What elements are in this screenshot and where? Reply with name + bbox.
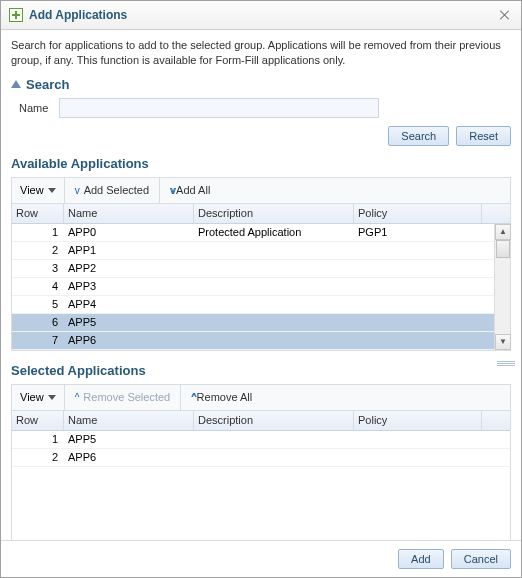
dialog-footer: Add Cancel: [1, 540, 521, 577]
row-name: APP5: [64, 316, 194, 328]
col-policy[interactable]: Policy: [354, 204, 482, 223]
name-label: Name: [19, 102, 59, 114]
row-number: 5: [12, 298, 64, 310]
row-number: 2: [12, 244, 64, 256]
row-name: APP4: [64, 298, 194, 310]
caret-down-icon: [48, 395, 56, 400]
selected-toolbar: View ^ Remove Selected ^^ Remove All: [11, 384, 511, 410]
search-button[interactable]: Search: [388, 126, 449, 146]
table-row[interactable]: 6APP5: [12, 314, 510, 332]
add-selected-label: Add Selected: [84, 184, 149, 196]
row-name: APP0: [64, 226, 194, 238]
name-input[interactable]: [59, 98, 379, 118]
selected-grid: Row Name Description Policy 1APP52APP6: [11, 410, 511, 548]
table-row[interactable]: 4APP3: [12, 278, 510, 296]
available-heading: Available Applications: [11, 156, 511, 171]
table-row[interactable]: 1APP0Protected ApplicationPGP1: [12, 224, 510, 242]
row-number: 4: [12, 280, 64, 292]
row-name: APP6: [64, 451, 194, 463]
disclosure-triangle-icon: [11, 80, 21, 88]
scroll-up-icon[interactable]: ▲: [495, 224, 511, 240]
selected-heading: Selected Applications: [11, 363, 511, 378]
add-selected-button[interactable]: v Add Selected: [65, 178, 159, 203]
table-row[interactable]: 5APP4: [12, 296, 510, 314]
table-row[interactable]: 2APP6: [12, 449, 510, 467]
scroll-thumb[interactable]: [496, 240, 510, 258]
remove-selected-button[interactable]: ^ Remove Selected: [65, 385, 181, 410]
dialog-title: Add Applications: [29, 8, 497, 22]
table-row[interactable]: 3APP2: [12, 260, 510, 278]
col-name[interactable]: Name: [64, 204, 194, 223]
remove-all-button[interactable]: ^^ Remove All: [181, 385, 262, 410]
available-grid: Row Name Description Policy 1APP0Protect…: [11, 203, 511, 351]
search-heading[interactable]: Search: [11, 77, 511, 92]
close-icon[interactable]: [497, 7, 513, 23]
row-number: 2: [12, 451, 64, 463]
col-name[interactable]: Name: [64, 411, 194, 430]
row-description: Protected Application: [194, 226, 354, 238]
add-all-button[interactable]: vv Add All: [160, 178, 220, 203]
remove-all-label: Remove All: [197, 391, 253, 403]
row-number: 1: [12, 433, 64, 445]
row-number: 7: [12, 334, 64, 346]
scrollbar[interactable]: ▲ ▼: [494, 224, 510, 350]
double-chevron-up-icon: ^^: [191, 392, 192, 403]
available-heading-label: Available Applications: [11, 156, 149, 171]
resize-handle-icon[interactable]: [497, 361, 515, 367]
view-menu[interactable]: View: [12, 385, 64, 410]
add-all-label: Add All: [176, 184, 210, 196]
scroll-down-icon[interactable]: ▼: [495, 334, 511, 350]
view-label: View: [20, 391, 44, 403]
row-number: 6: [12, 316, 64, 328]
row-name: APP5: [64, 433, 194, 445]
double-chevron-down-icon: vv: [170, 185, 172, 196]
view-label: View: [20, 184, 44, 196]
col-description[interactable]: Description: [194, 204, 354, 223]
row-number: 1: [12, 226, 64, 238]
cancel-button[interactable]: Cancel: [451, 549, 511, 569]
row-name: APP2: [64, 262, 194, 274]
add-button[interactable]: Add: [398, 549, 444, 569]
row-number: 3: [12, 262, 64, 274]
view-menu[interactable]: View: [12, 178, 64, 203]
selected-grid-header: Row Name Description Policy: [12, 411, 510, 431]
row-name: APP6: [64, 334, 194, 346]
row-policy: PGP1: [354, 226, 482, 238]
available-toolbar: View v Add Selected vv Add All: [11, 177, 511, 203]
plus-icon: [9, 8, 23, 22]
table-row[interactable]: 2APP1: [12, 242, 510, 260]
selected-heading-label: Selected Applications: [11, 363, 146, 378]
remove-selected-label: Remove Selected: [83, 391, 170, 403]
dialog-description: Search for applications to add to the se…: [11, 38, 511, 69]
row-name: APP1: [64, 244, 194, 256]
col-row[interactable]: Row: [12, 411, 64, 430]
table-row[interactable]: 1APP5: [12, 431, 510, 449]
search-heading-label: Search: [26, 77, 69, 92]
col-policy[interactable]: Policy: [354, 411, 482, 430]
row-name: APP3: [64, 280, 194, 292]
chevron-down-icon: v: [75, 185, 80, 196]
caret-down-icon: [48, 188, 56, 193]
col-row[interactable]: Row: [12, 204, 64, 223]
reset-button[interactable]: Reset: [456, 126, 511, 146]
dialog-titlebar: Add Applications: [1, 1, 521, 30]
col-description[interactable]: Description: [194, 411, 354, 430]
available-grid-header: Row Name Description Policy: [12, 204, 510, 224]
chevron-up-icon: ^: [75, 392, 80, 403]
table-row[interactable]: 7APP6: [12, 332, 510, 350]
